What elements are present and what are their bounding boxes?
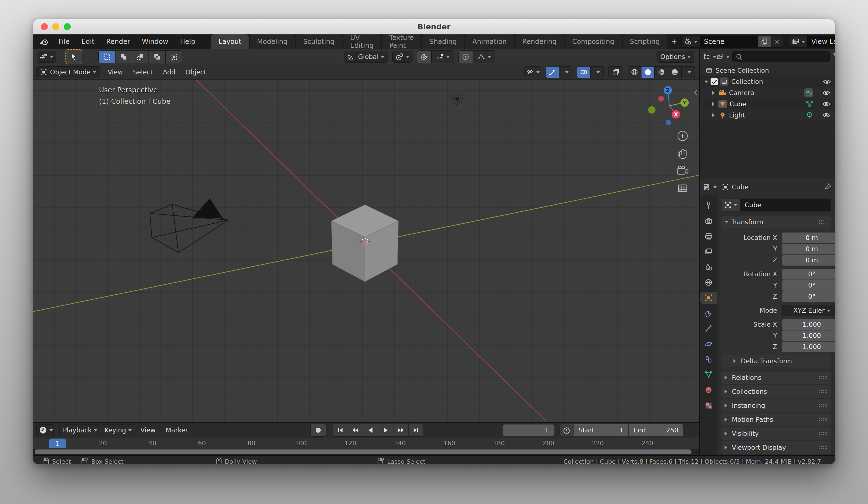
object-type-visibility-dropdown[interactable]	[524, 66, 541, 78]
menu-render[interactable]: Render	[100, 38, 136, 45]
view-layer-browse-button[interactable]	[789, 36, 807, 47]
select-mode-subtract-button[interactable]	[132, 50, 149, 63]
light-object[interactable]	[452, 93, 463, 104]
tab-physics-properties[interactable]	[700, 338, 717, 350]
tab-render-properties[interactable]	[700, 215, 717, 227]
rotation-z-field[interactable]: 0°	[782, 291, 835, 302]
timeline-menu-marker[interactable]: Marker	[161, 426, 193, 434]
ortho-perspective-button[interactable]	[679, 185, 687, 192]
jump-to-end-button[interactable]	[408, 424, 423, 436]
rotation-x-field[interactable]: 0°	[782, 269, 835, 280]
select-mode-intersect-button[interactable]	[166, 50, 182, 63]
shading-rendered-button[interactable]	[668, 66, 681, 78]
outliner-row-light[interactable]: Light	[700, 110, 835, 121]
tab-shading[interactable]: Shading	[422, 34, 464, 49]
instancing-panel[interactable]: Instancing	[721, 399, 831, 412]
location-y-field[interactable]: 0 m	[782, 244, 835, 255]
outliner-row-camera[interactable]: Camera	[700, 87, 835, 99]
tab-world-properties[interactable]	[700, 277, 717, 288]
scale-z-field[interactable]: 1.000	[782, 341, 835, 352]
camera-object[interactable]	[150, 198, 228, 253]
tab-modifier-properties[interactable]	[700, 307, 717, 319]
tab-object-properties[interactable]	[700, 292, 717, 304]
tab-compositing[interactable]: Compositing	[565, 34, 621, 49]
new-scene-button[interactable]	[758, 36, 771, 47]
editor-type-outliner-button[interactable]	[703, 51, 716, 63]
expand-light-icon[interactable]	[712, 113, 717, 117]
location-x-field[interactable]: 0 m	[782, 233, 835, 243]
jump-to-start-button[interactable]	[333, 424, 348, 436]
viewport-menu-select[interactable]: Select	[128, 69, 158, 76]
select-mode-invert-button[interactable]	[149, 50, 166, 63]
timeline-scrollbar-handle[interactable]	[35, 450, 692, 454]
hide-light-eye-icon[interactable]	[822, 112, 830, 118]
pivot-point-dropdown[interactable]	[392, 51, 412, 63]
proportional-editing-toggle[interactable]	[458, 50, 473, 63]
options-dropdown[interactable]: Options	[657, 51, 694, 63]
tab-layout[interactable]: Layout	[211, 34, 249, 49]
keying-menu[interactable]: Keying	[101, 424, 135, 436]
timeline-ruler[interactable]: 1 20 40 60 80 100 120 140 160 180 200 22…	[33, 438, 699, 449]
tab-object-data-properties[interactable]	[700, 369, 717, 381]
hide-camera-eye-icon[interactable]	[822, 90, 830, 96]
transform-orientation-dropdown[interactable]: Global	[344, 51, 388, 63]
scene-browse-button[interactable]	[682, 36, 700, 47]
delta-transform-panel[interactable]: Delta Transform	[721, 355, 831, 367]
overlays-dropdown[interactable]	[590, 66, 604, 78]
tab-constraint-properties[interactable]	[700, 353, 717, 365]
editor-type-timeline-button[interactable]	[37, 424, 55, 436]
prev-keyframe-button[interactable]	[348, 424, 363, 436]
scene-name-field[interactable]: Scene	[700, 36, 758, 47]
viewport-menu-view[interactable]: View	[103, 69, 128, 76]
auto-keying-toggle[interactable]	[310, 424, 326, 436]
zoom-viewport-button[interactable]	[678, 131, 688, 141]
gizmo-y-neg[interactable]	[648, 106, 655, 114]
outliner-row-scene-collection[interactable]: Scene Collection	[700, 65, 835, 76]
tab-view-layer-properties[interactable]	[700, 246, 717, 258]
expand-cube-icon[interactable]	[712, 102, 717, 106]
tab-output-properties[interactable]	[700, 230, 717, 242]
outliner-search[interactable]	[732, 51, 830, 62]
shading-wireframe-button[interactable]	[628, 66, 641, 78]
menu-window[interactable]: Window	[136, 38, 174, 45]
hide-cube-eye-icon[interactable]	[822, 101, 830, 107]
viewport-menu-add[interactable]: Add	[158, 69, 180, 76]
snap-toggle-button[interactable]	[417, 50, 432, 63]
next-keyframe-button[interactable]	[393, 424, 408, 436]
gizmo-x-neg[interactable]	[658, 96, 664, 102]
collapse-sidebar-arrow[interactable]	[695, 90, 697, 95]
viewport-menu-object[interactable]: Object	[180, 69, 211, 76]
tab-modeling[interactable]: Modeling	[250, 34, 295, 49]
show-gizmo-toggle[interactable]	[546, 66, 559, 78]
motion-paths-panel[interactable]: Motion Paths	[721, 413, 831, 426]
editor-type-properties-button[interactable]	[703, 181, 717, 193]
toggle-xray-button[interactable]	[608, 66, 623, 78]
relations-panel[interactable]: Relations	[721, 371, 831, 384]
playback-menu[interactable]: Playback	[59, 424, 101, 436]
tab-texture-paint[interactable]: Texture Paint	[382, 34, 421, 49]
show-overlays-toggle[interactable]	[577, 66, 590, 78]
end-frame-field[interactable]: End 250	[628, 424, 683, 436]
tab-scripting[interactable]: Scripting	[623, 34, 667, 49]
tab-tool-properties[interactable]	[700, 200, 717, 212]
navigation-gizmo[interactable]: Z Y X	[648, 86, 689, 125]
current-frame-field[interactable]: 1	[503, 424, 555, 436]
gizmo-dropdown[interactable]	[559, 66, 572, 78]
tab-particle-properties[interactable]	[700, 323, 717, 335]
unlink-scene-button[interactable]: ×	[771, 38, 783, 45]
timeline-menu-view[interactable]: View	[135, 426, 161, 434]
panel-drag-grip-icon[interactable]	[818, 220, 828, 224]
snap-with-dropdown[interactable]	[432, 50, 454, 63]
menu-help[interactable]: Help	[174, 38, 202, 45]
panel-drag-grip-icon[interactable]	[818, 417, 828, 422]
collections-panel[interactable]: Collections	[721, 385, 831, 398]
outliner-filter-button[interactable]	[833, 53, 835, 61]
shading-dropdown[interactable]	[681, 66, 695, 78]
tab-scene-properties[interactable]	[700, 261, 717, 273]
view-layer-name-field[interactable]: View Layer	[807, 36, 835, 47]
location-z-field[interactable]: 0 m	[782, 255, 835, 266]
transform-panel-header[interactable]: Transform	[721, 216, 831, 228]
menu-edit[interactable]: Edit	[75, 38, 100, 45]
panel-drag-grip-icon[interactable]	[818, 389, 828, 394]
rotation-y-field[interactable]: 0°	[782, 280, 835, 291]
